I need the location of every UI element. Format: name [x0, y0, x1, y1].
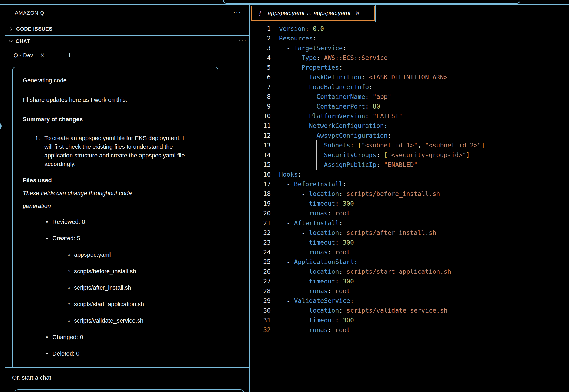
chat-tab-q-dev[interactable]: Q - Dev ✕: [5, 47, 58, 63]
code-line[interactable]: 21- AfterInstall:: [250, 218, 569, 228]
line-number: 30: [250, 306, 273, 315]
code-text: ContainerName: "app": [273, 92, 391, 102]
line-number: 28: [250, 286, 273, 296]
line-number: 20: [250, 208, 273, 218]
code-line[interactable]: 8ContainerName: "app": [250, 92, 569, 102]
section-chat[interactable]: CHAT ···: [5, 36, 249, 47]
code-line[interactable]: 27timeout: 300: [250, 276, 569, 286]
chat-tab-label: Q - Dev: [14, 52, 33, 59]
code-line[interactable]: 18- location: scripts/before_install.sh: [250, 189, 569, 199]
code-text: Type: AWS::ECS::Service: [273, 53, 388, 63]
line-number: 5: [250, 63, 273, 72]
stats-list: •Reviewed: 0•Created: 5○appspec.yaml○scr…: [23, 218, 208, 357]
code-text: timeout: 300: [273, 276, 354, 286]
code-text: - location: scripts/before_install.sh: [273, 189, 440, 199]
code-line[interactable]: 17- BeforeInstall:: [250, 179, 569, 189]
code-line[interactable]: 7LoadBalancerInfo:: [250, 82, 569, 92]
code-line[interactable]: 4Type: AWS::ECS::Service: [250, 53, 569, 63]
code-line[interactable]: 28runas: root: [250, 286, 569, 296]
line-number: 21: [250, 218, 273, 228]
code-line[interactable]: 26- location: scripts/start_application.…: [250, 267, 569, 276]
list-item: •Reviewed: 0: [23, 218, 208, 226]
code-text: - location: scripts/validate_service.sh: [273, 306, 447, 315]
new-chat-tab-button[interactable]: +: [63, 47, 77, 63]
code-line[interactable]: 5Properties:: [250, 63, 569, 72]
close-icon[interactable]: ✕: [355, 10, 360, 16]
code-line[interactable]: 31timeout: 300: [250, 315, 569, 325]
line-number: 29: [250, 296, 273, 306]
code-text: PlatformVersion: "LATEST": [273, 111, 403, 121]
tab-separator: [58, 47, 58, 63]
code-text: - AfterInstall:: [273, 218, 343, 228]
code-line[interactable]: 15AssignPublicIp: "ENABLED": [250, 160, 569, 170]
editor-tab-appspec-diff[interactable]: ! appspec.yaml ↔ appspec.yaml ✕: [251, 6, 375, 21]
code-line[interactable]: 3- TargetService:: [250, 43, 569, 53]
line-number: 23: [250, 238, 273, 247]
code-text: - TargetService:: [273, 43, 346, 53]
code-line[interactable]: 20runas: root: [250, 208, 569, 218]
chat-tab-strip: Q - Dev ✕ +: [5, 47, 249, 63]
code-line[interactable]: 12AwsvpcConfiguration:: [250, 131, 569, 140]
code-text: runas: root: [273, 247, 350, 257]
line-number: 12: [250, 131, 273, 140]
line-number: 31: [250, 315, 273, 325]
code-line[interactable]: 24runas: root: [250, 247, 569, 257]
code-line[interactable]: 25- ApplicationStart:: [250, 257, 569, 267]
more-actions-icon[interactable]: ···: [233, 9, 242, 16]
code-text: timeout: 300: [273, 315, 354, 325]
line-number: 8: [250, 92, 273, 102]
code-line[interactable]: 16Hooks:: [250, 170, 569, 179]
chat-input[interactable]: [14, 389, 245, 392]
code-text: Properties:: [273, 63, 343, 72]
code-editor[interactable]: 1version: 0.02Resources:3- TargetService…: [250, 23, 569, 392]
code-line[interactable]: 19timeout: 300: [250, 199, 569, 208]
code-text: AwsvpcConfiguration:: [273, 131, 391, 140]
code-text: ContainerPort: 80: [273, 102, 380, 111]
editor-tab-bar: ! appspec.yaml ↔ appspec.yaml ✕: [250, 4, 569, 22]
code-line[interactable]: 29- ValidateService:: [250, 296, 569, 306]
code-text: NetworkConfiguration:: [273, 121, 388, 131]
code-line[interactable]: 14SecurityGroups: ["<security-group-id>"…: [250, 150, 569, 160]
code-line[interactable]: 6TaskDefinition: <TASK_DEFINITION_ARN>: [250, 72, 569, 82]
line-number: 4: [250, 53, 273, 63]
code-text: - location: scripts/after_install.sh: [273, 228, 436, 238]
line-number: 1: [250, 24, 273, 33]
code-line[interactable]: 22- location: scripts/after_install.sh: [250, 228, 569, 238]
files-note: These fields can change throughout code …: [23, 187, 156, 212]
panel-header: AMAZON Q ···: [5, 4, 249, 22]
list-item: •Deleted: 0: [23, 350, 208, 357]
chat-message-card: Generating code... I'll share updates he…: [12, 67, 218, 367]
section-label: CODE ISSUES: [16, 26, 52, 32]
code-line[interactable]: 11NetworkConfiguration:: [250, 121, 569, 131]
line-number: 9: [250, 102, 273, 111]
line-number: 24: [250, 247, 273, 257]
summary-list: 1.To create an appspec.yaml file for EKS…: [23, 134, 208, 168]
code-text: runas: root: [273, 208, 350, 218]
summary-item: 1.To create an appspec.yaml file for EKS…: [23, 134, 208, 168]
line-number: 10: [250, 111, 273, 121]
code-line[interactable]: 23timeout: 300: [250, 238, 569, 247]
code-text: - ValidateService:: [273, 296, 354, 306]
code-line[interactable]: 13Subnets: ["<subnet-id-1>", "<subnet-id…: [250, 140, 569, 150]
editor-tab-title: appspec.yaml ↔ appspec.yaml: [268, 10, 350, 17]
code-line[interactable]: 2Resources:: [250, 33, 569, 43]
section-code-issues[interactable]: CODE ISSUES: [5, 22, 249, 36]
chat-more-actions-icon[interactable]: ···: [239, 37, 247, 44]
list-item: ○scripts/validate_service.sh: [23, 317, 208, 325]
code-line[interactable]: 32runas: root: [250, 325, 569, 335]
line-number: 25: [250, 257, 273, 267]
close-icon[interactable]: ✕: [40, 52, 45, 58]
status-text: Generating code...: [23, 77, 208, 84]
code-text: - location: scripts/start_application.sh: [273, 267, 451, 276]
code-line[interactable]: 1version: 0.0: [250, 24, 569, 33]
code-text: TaskDefinition: <TASK_DEFINITION_ARN>: [273, 72, 447, 82]
code-line[interactable]: 9ContainerPort: 80: [250, 102, 569, 111]
code-line[interactable]: 10PlatformVersion: "LATEST": [250, 111, 569, 121]
start-chat-label: Or, start a chat: [12, 374, 51, 381]
code-line[interactable]: 30- location: scripts/validate_service.s…: [250, 306, 569, 315]
panel-title: AMAZON Q: [15, 10, 44, 16]
code-text: LoadBalancerInfo:: [273, 82, 373, 92]
line-number: 2: [250, 33, 273, 43]
list-item: •Changed: 0: [23, 333, 208, 341]
activity-bar-indicator: [0, 123, 2, 129]
